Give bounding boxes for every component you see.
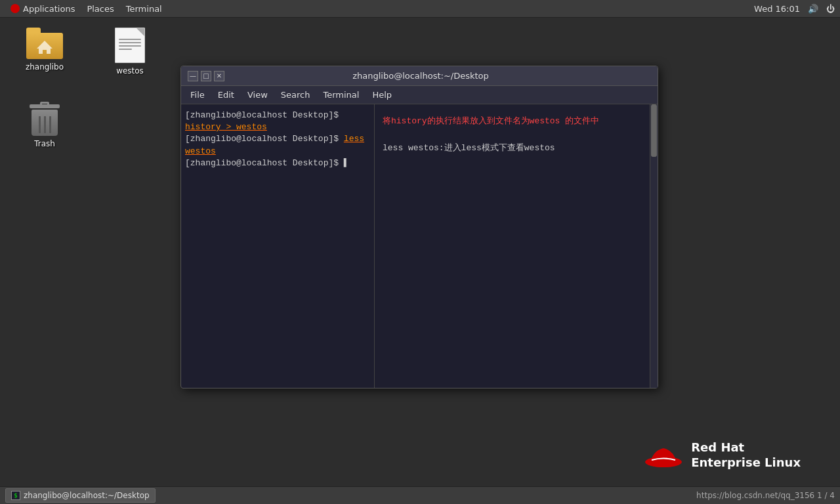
menu-file[interactable]: File (185, 89, 210, 101)
places-menu[interactable]: Places (81, 3, 119, 15)
topbar-left: Applications Places Terminal (5, 3, 167, 15)
taskbar-right-text: https://blog.csdn.net/qq_3156 1 / 4 (696, 491, 835, 500)
menu-search[interactable]: Search (276, 89, 316, 101)
power-icon[interactable]: ⏻ (826, 4, 835, 14)
menu-view[interactable]: View (242, 89, 273, 101)
taskbar-right: https://blog.csdn.net/qq_3156 1 / 4 (696, 491, 835, 500)
terminal-title: zhanglibo@localhost:~/Desktop (224, 71, 617, 81)
terminal-body: [zhanglibo@localhost Desktop]$ history >… (181, 104, 658, 388)
volume-icon[interactable]: 🔊 (808, 4, 818, 14)
places-label: Places (87, 4, 114, 14)
redhat-line1: Red Hat (691, 440, 801, 455)
terminal-window-controls: — □ ✕ (186, 71, 224, 81)
terminal-label: Terminal (126, 4, 162, 14)
folder-icon-zhanglibo[interactable]: zhanglibo (18, 28, 71, 72)
folder-graphic (26, 28, 63, 59)
terminal-content[interactable]: [zhanglibo@localhost Desktop]$ history >… (181, 104, 374, 388)
terminal-annotation-panel: 将history的执行结果放入到文件名为westos 的文件中 less wes… (374, 104, 650, 388)
prompt-3: [zhanglibo@localhost Desktop]$ (185, 158, 344, 168)
terminal-titlebar: — □ ✕ zhanglibo@localhost:~/Desktop (181, 66, 658, 86)
icon-label-westos: westos (114, 66, 146, 76)
top-menubar: Applications Places Terminal Wed 16:01 🔊… (0, 0, 840, 18)
taskbar-left: $ zhanglibo@localhost:~/Desktop (5, 488, 156, 503)
topbar-right: Wed 16:01 🔊 ⏻ (754, 4, 835, 14)
cursor: ▌ (344, 158, 349, 168)
trash-graphic (30, 102, 60, 136)
prompt-2: [zhanglibo@localhost Desktop]$ (185, 134, 344, 144)
terminal-line-2: [zhanglibo@localhost Desktop]$ less west… (185, 133, 370, 157)
taskbar: $ zhanglibo@localhost:~/Desktop https://… (0, 486, 840, 504)
trash-icon[interactable]: Trash (18, 102, 71, 149)
menu-terminal[interactable]: Terminal (318, 89, 364, 101)
terminal-window: — □ ✕ zhanglibo@localhost:~/Desktop File… (180, 66, 658, 388)
taskbar-terminal-item[interactable]: $ zhanglibo@localhost:~/Desktop (5, 488, 156, 503)
terminal-menu[interactable]: Terminal (121, 3, 167, 15)
maximize-button[interactable]: □ (201, 71, 211, 81)
applications-label: Applications (23, 4, 75, 14)
icon-label-zhanglibo: zhanglibo (24, 62, 66, 72)
redhat-icon (10, 4, 20, 13)
taskbar-terminal-icon: $ (11, 491, 20, 500)
terminal-scrollbar[interactable] (650, 104, 658, 388)
redhat-text: Red Hat Enterprise Linux (691, 440, 801, 471)
doc-graphic (115, 28, 145, 63)
icon-label-trash: Trash (32, 138, 57, 149)
menu-edit[interactable]: Edit (213, 89, 240, 101)
annotation-line-2: less westos:进入less模式下查看westos (383, 142, 642, 156)
scrollbar-thumb (651, 104, 657, 157)
home-svg (35, 39, 54, 55)
prompt-1: [zhanglibo@localhost Desktop]$ (185, 110, 339, 120)
minimize-button[interactable]: — (188, 71, 198, 81)
close-button[interactable]: ✕ (214, 71, 224, 81)
taskbar-item-label: zhanglibo@localhost:~/Desktop (24, 491, 150, 500)
svg-marker-0 (37, 41, 52, 54)
redhat-hat-svg (644, 438, 683, 471)
applications-menu[interactable]: Applications (5, 3, 80, 15)
cmd-1: history > westos (185, 122, 267, 132)
annotation-line-1: 将history的执行结果放入到文件名为westos 的文件中 (383, 115, 642, 129)
clock: Wed 16:01 (754, 4, 800, 14)
redhat-line2: Enterprise Linux (691, 455, 801, 470)
terminal-line-1: [zhanglibo@localhost Desktop]$ history >… (185, 110, 370, 133)
menu-help[interactable]: Help (367, 89, 397, 101)
document-icon-westos[interactable]: westos (104, 28, 156, 76)
redhat-logo: Red Hat Enterprise Linux (644, 438, 801, 471)
terminal-line-3: [zhanglibo@localhost Desktop]$ ▌ (185, 158, 370, 169)
terminal-menubar: File Edit View Search Terminal Help (181, 86, 658, 104)
